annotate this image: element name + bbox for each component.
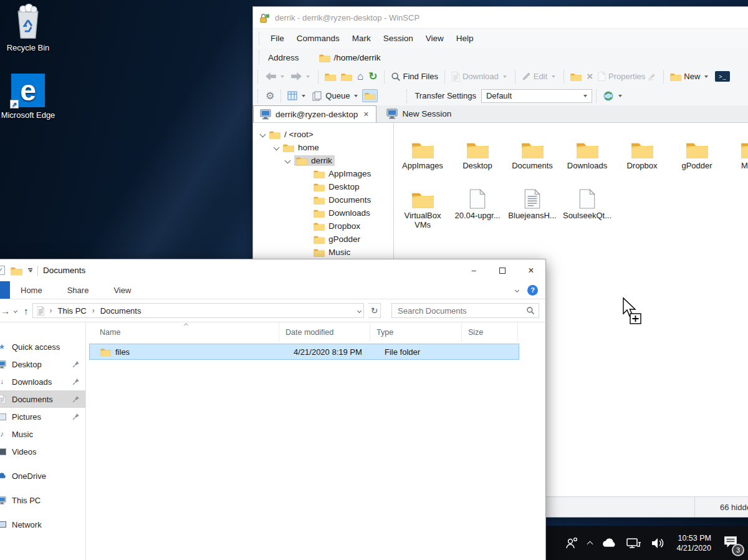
expander-icon[interactable] — [274, 145, 280, 151]
help-icon[interactable]: ? — [527, 285, 538, 296]
column-name[interactable]: Name — [86, 322, 279, 342]
breadcrumb-documents[interactable]: Documents — [99, 306, 143, 316]
transfer-settings-combo[interactable]: Default — [481, 89, 592, 103]
tree-item-dropbox[interactable]: Dropbox — [253, 220, 393, 233]
remote-file-2004-upgrade[interactable]: 20.04-upgr... — [450, 178, 505, 229]
close-button[interactable]: × — [517, 259, 545, 281]
expander-icon[interactable] — [260, 132, 266, 138]
tree-item-appimages[interactable]: AppImages — [253, 167, 393, 180]
open-directory-button[interactable] — [568, 70, 584, 83]
explorer-titlebar[interactable]: ✓ Documents – × — [0, 259, 545, 281]
new-button[interactable]: New — [668, 70, 712, 83]
column-size[interactable]: Size — [462, 322, 518, 342]
desktop-icon-microsoft-edge[interactable]: e↗ Microsoft Edge — [0, 74, 56, 120]
sidebar-item-onedrive[interactable]: OneDrive — [0, 467, 85, 485]
forward-button[interactable]: → — [1, 306, 10, 316]
forward-button[interactable] — [289, 71, 314, 82]
sidebar-item-network[interactable]: Network — [0, 516, 85, 533]
menu-help[interactable]: Help — [450, 31, 480, 46]
address-bar[interactable]: › This PC › Documents — [32, 303, 364, 318]
tree-item-music[interactable]: Music — [253, 246, 393, 259]
synchronize-button[interactable] — [600, 89, 626, 103]
menu-view[interactable]: View — [420, 31, 450, 46]
address-dropdown-chevron-icon[interactable] — [357, 308, 362, 312]
toolbar-grip[interactable] — [406, 89, 409, 103]
winscp-titlebar[interactable]: derrik - derrik@ryzen-desktop - WinSCP — [253, 7, 748, 28]
network-icon[interactable] — [626, 538, 641, 549]
tray-expand-chevron-icon[interactable] — [587, 541, 593, 548]
tab-home[interactable]: Home — [21, 286, 42, 295]
delete-button[interactable]: × — [584, 70, 595, 83]
remote-file-soulseekqt[interactable]: SoulseekQt... — [560, 178, 615, 229]
sidebar-item-downloads[interactable]: ↓Downloads — [0, 373, 85, 390]
edit-button[interactable]: Edit — [519, 70, 560, 82]
remote-folder-downloads[interactable]: Downloads — [560, 128, 615, 170]
sidebar-item-this-pc[interactable]: This PC — [0, 491, 85, 509]
menu-file[interactable]: File — [264, 31, 290, 46]
sidebar-item-desktop[interactable]: Desktop — [0, 355, 85, 373]
action-center-button[interactable]: 3 — [723, 535, 738, 551]
menu-commands[interactable]: Commands — [290, 31, 346, 46]
remote-folder-gpodder[interactable]: gPodder — [669, 128, 724, 170]
remote-folder-virtualbox-vms[interactable]: VirtualBox VMs — [395, 178, 450, 229]
new-session-tab[interactable]: New Session — [380, 105, 458, 122]
file-tab[interactable] — [0, 281, 10, 299]
close-tab-icon[interactable]: × — [362, 109, 370, 119]
column-date-modified[interactable]: Date modified — [279, 322, 370, 342]
root-directory-button[interactable] — [338, 70, 355, 83]
tree-item-root[interactable]: / <root> — [253, 128, 393, 141]
tree-item-gpodder[interactable]: gPodder — [253, 233, 393, 246]
forward-dropdown-icon[interactable] — [306, 75, 310, 78]
home-directory-button[interactable]: ⌂ — [355, 70, 366, 83]
ribbon-collapse-chevron-icon[interactable] — [515, 287, 519, 292]
tree-item-home[interactable]: home — [253, 141, 393, 154]
expander-icon[interactable] — [285, 158, 291, 164]
tree-item-documents[interactable]: Documents — [253, 193, 393, 206]
refresh-button[interactable]: ↻ — [366, 70, 380, 83]
sidebar-item-quick-access[interactable]: ★Quick access — [0, 338, 85, 355]
remote-folder-dropbox[interactable]: Dropbox — [615, 128, 669, 170]
remote-folder-music[interactable]: Music — [724, 128, 748, 170]
recent-locations-chevron-icon[interactable] — [14, 309, 17, 312]
refresh-button[interactable]: ↻ — [368, 303, 381, 318]
breadcrumb-this-pc[interactable]: This PC — [56, 306, 87, 316]
sidebar-item-documents[interactable]: Documents — [0, 390, 85, 408]
desktop-icon-recycle-bin[interactable]: Recycle Bin — [0, 4, 56, 53]
toolbar-grip[interactable] — [259, 51, 261, 64]
sidebar-item-music[interactable]: ♪Music — [0, 425, 85, 443]
remote-folder-appimages[interactable]: AppImages — [395, 128, 450, 170]
file-row-files[interactable]: files 4/21/2020 8:19 PM File folder — [89, 344, 519, 360]
address-path[interactable]: /home/derrik — [334, 53, 381, 62]
parent-directory-button[interactable] — [322, 70, 338, 83]
tab-share[interactable]: Share — [67, 286, 89, 295]
tab-view[interactable]: View — [113, 286, 131, 295]
tree-panel-toggle-button[interactable] — [362, 89, 378, 102]
checkmark-icon[interactable]: ✓ — [0, 266, 5, 275]
menu-session[interactable]: Session — [377, 31, 420, 46]
toolbar-grip[interactable] — [257, 89, 260, 103]
menu-mark[interactable]: Mark — [346, 31, 377, 46]
queue-button[interactable]: Queue — [310, 90, 362, 102]
maximize-button[interactable] — [488, 259, 517, 281]
sidebar-item-pictures[interactable]: Pictures — [0, 408, 85, 425]
view-mode-button[interactable] — [285, 90, 310, 102]
remote-folder-documents[interactable]: Documents — [505, 128, 560, 170]
open-console-button[interactable]: >_ — [712, 70, 732, 83]
properties-button[interactable]: Properties — [595, 70, 659, 82]
search-input[interactable] — [398, 306, 526, 316]
find-files-button[interactable]: Find Files — [388, 70, 441, 83]
taskbar-clock[interactable]: 10:53 PM 4/21/2020 — [676, 533, 711, 553]
volume-icon[interactable] — [651, 538, 664, 549]
people-icon[interactable] — [565, 537, 578, 549]
session-tab-active[interactable]: derrik@ryzen-desktop × — [253, 105, 376, 122]
combo-dropdown-icon[interactable] — [583, 95, 587, 97]
remote-folder-desktop[interactable]: Desktop — [450, 128, 505, 170]
back-button[interactable] — [263, 71, 289, 82]
tree-item-downloads[interactable]: Downloads — [253, 206, 393, 220]
tree-item-desktop[interactable]: Desktop — [253, 180, 393, 193]
toolbar-grip[interactable] — [259, 32, 261, 46]
back-dropdown-icon[interactable] — [280, 75, 284, 78]
tree-item-derrik[interactable]: derrik — [253, 154, 393, 167]
column-type[interactable]: Type — [370, 322, 462, 342]
remote-file-bluejeans[interactable]: BluejeansH... — [505, 178, 560, 229]
